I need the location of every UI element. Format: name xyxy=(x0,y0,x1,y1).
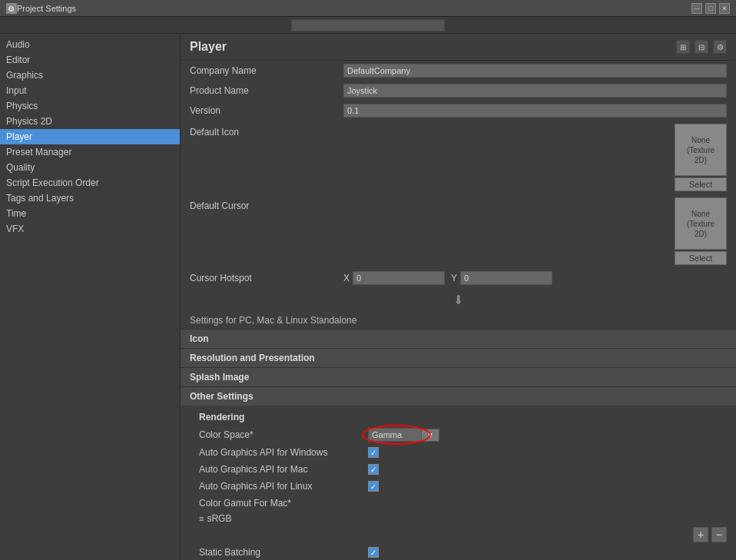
content-header: Player ⊞ ⊟ ⚙ xyxy=(181,34,736,61)
other-settings-content: Rendering Color Space* ▼ xyxy=(181,406,736,560)
auto-graphics-windows-checkbox[interactable] xyxy=(368,447,379,458)
auto-graphics-mac-label: Auto Graphics API for Mac xyxy=(199,464,368,475)
auto-graphics-mac-value xyxy=(368,464,718,475)
main-content: Audio Editor Graphics Input Physics Phys… xyxy=(0,34,736,560)
sidebar-item-script-execution[interactable]: Script Execution Order xyxy=(0,175,180,191)
minimize-button[interactable]: ─ xyxy=(691,3,702,14)
rendering-subsection-header[interactable]: Rendering xyxy=(181,409,736,426)
color-gamut-row: Color Gamut For Mac* xyxy=(181,495,736,512)
sidebar-item-tags-layers[interactable]: Tags and Layers xyxy=(0,191,180,206)
static-batching-checkbox[interactable] xyxy=(368,547,379,558)
sidebar-item-graphics[interactable]: Graphics xyxy=(0,68,180,83)
color-space-dropdown-input[interactable] xyxy=(368,428,422,442)
remove-button[interactable]: − xyxy=(711,527,727,542)
version-row: Version xyxy=(181,101,736,121)
default-icon-select-button[interactable]: Select xyxy=(675,177,727,191)
settings-for: Settings for PC, Mac & Linux Standalone xyxy=(181,312,736,329)
auto-graphics-linux-row: Auto Graphics API for Linux xyxy=(181,478,736,495)
product-name-label: Product Name xyxy=(190,85,343,96)
default-icon-label: Default Icon xyxy=(190,124,343,191)
auto-graphics-windows-label: Auto Graphics API for Windows xyxy=(199,447,368,458)
y-label: Y xyxy=(451,273,457,283)
static-batching-row: Static Batching xyxy=(181,544,736,560)
default-cursor-preview: None(Texture2D) xyxy=(675,197,727,250)
sidebar-item-time[interactable]: Time xyxy=(0,206,180,221)
color-space-value: ▼ xyxy=(368,428,718,442)
sidebar-item-quality[interactable]: Quality xyxy=(0,160,180,175)
srgb-icon: ≡ xyxy=(199,514,204,523)
company-name-input[interactable] xyxy=(343,64,727,78)
gamma-highlight: ▼ xyxy=(368,428,439,442)
color-gamut-label: Color Gamut For Mac* xyxy=(199,498,368,509)
company-name-value xyxy=(343,64,727,78)
cursor-hotspot-x-input[interactable] xyxy=(353,271,445,285)
sidebar-item-editor[interactable]: Editor xyxy=(0,52,180,68)
content-area: Player ⊞ ⊟ ⚙ Company Name Product Na xyxy=(181,34,736,560)
close-button[interactable]: ✕ xyxy=(719,3,730,14)
title-bar: ⚙ Project Settings ─ □ ✕ xyxy=(0,0,736,17)
auto-graphics-mac-checkbox[interactable] xyxy=(368,464,379,475)
add-remove-row: + − xyxy=(181,525,736,544)
section-icon-header[interactable]: Icon xyxy=(181,329,736,348)
page-title: Player xyxy=(190,40,227,54)
section-resolution-header[interactable]: Resolution and Presentation xyxy=(181,348,736,367)
color-space-label: Color Space* xyxy=(199,429,368,440)
svg-text:⚙: ⚙ xyxy=(8,5,15,13)
default-icon-row: Default Icon None(Texture2D) Select xyxy=(181,121,736,194)
company-name-row: Company Name xyxy=(181,61,736,81)
auto-graphics-windows-value xyxy=(368,447,718,458)
sidebar-item-player[interactable]: Player xyxy=(0,129,180,144)
section-other-header[interactable]: Other Settings xyxy=(181,386,736,406)
default-cursor-preview-text: None(Texture2D) xyxy=(687,209,714,239)
default-cursor-row: Default Cursor None(Texture2D) Select xyxy=(181,194,736,268)
maximize-button[interactable]: □ xyxy=(705,3,716,14)
version-value xyxy=(343,104,727,118)
static-batching-value xyxy=(368,547,718,558)
cursor-hotspot-x: X xyxy=(343,271,445,285)
auto-graphics-mac-row: Auto Graphics API for Mac xyxy=(181,461,736,478)
layout-icon-button[interactable]: ⊟ xyxy=(695,40,708,54)
view-icon-button[interactable]: ⊞ xyxy=(676,40,690,54)
default-cursor-preview-col: None(Texture2D) Select xyxy=(675,197,727,265)
sidebar-item-physics2d[interactable]: Physics 2D xyxy=(0,114,180,129)
cursor-hotspot-y: Y xyxy=(451,271,552,285)
cursor-hotspot-label: Cursor Hotspot xyxy=(190,273,343,283)
default-icon-preview-col: None(Texture2D) Select xyxy=(675,124,727,191)
add-button[interactable]: + xyxy=(693,527,708,542)
default-cursor-area xyxy=(343,197,675,265)
sidebar-item-input[interactable]: Input xyxy=(0,83,180,98)
default-cursor-label: Default Cursor xyxy=(190,197,343,265)
auto-graphics-linux-checkbox[interactable] xyxy=(368,481,379,492)
sidebar-item-physics[interactable]: Physics xyxy=(0,98,180,114)
cursor-hotspot-row: Cursor Hotspot X Y xyxy=(181,268,736,288)
company-name-label: Company Name xyxy=(190,65,343,76)
content-scroll[interactable]: Company Name Product Name Version xyxy=(181,61,736,560)
product-name-value xyxy=(343,84,727,98)
srgb-label: sRGB xyxy=(207,513,231,524)
window-controls: ─ □ ✕ xyxy=(691,3,730,14)
product-name-input[interactable] xyxy=(343,84,727,98)
cursor-hotspot-xy: X Y xyxy=(343,271,552,285)
product-name-row: Product Name xyxy=(181,81,736,101)
search-input[interactable] xyxy=(291,19,445,31)
color-space-dropdown-button[interactable]: ▼ xyxy=(422,429,439,442)
top-search-bar xyxy=(0,17,736,34)
version-input[interactable] xyxy=(343,104,727,118)
sidebar: Audio Editor Graphics Input Physics Phys… xyxy=(0,34,181,560)
cursor-hotspot-y-input[interactable] xyxy=(460,271,552,285)
sidebar-item-preset-manager[interactable]: Preset Manager xyxy=(0,144,180,160)
settings-icon: ⚙ xyxy=(6,3,17,14)
auto-graphics-linux-label: Auto Graphics API for Linux xyxy=(199,481,368,492)
x-label: X xyxy=(343,273,350,283)
download-arrow: ⬇ xyxy=(181,288,736,312)
default-icon-area xyxy=(343,124,675,191)
sidebar-item-audio[interactable]: Audio xyxy=(0,37,180,52)
srgb-row: ≡ sRGB xyxy=(181,512,736,525)
auto-graphics-windows-row: Auto Graphics API for Windows xyxy=(181,444,736,461)
default-cursor-select-button[interactable]: Select xyxy=(675,251,727,265)
static-batching-label: Static Batching xyxy=(199,547,368,558)
settings-icon-button[interactable]: ⚙ xyxy=(713,40,727,54)
sidebar-item-vfx[interactable]: VFX xyxy=(0,221,180,237)
header-icons: ⊞ ⊟ ⚙ xyxy=(676,40,727,54)
section-splash-header[interactable]: Splash Image xyxy=(181,367,736,386)
